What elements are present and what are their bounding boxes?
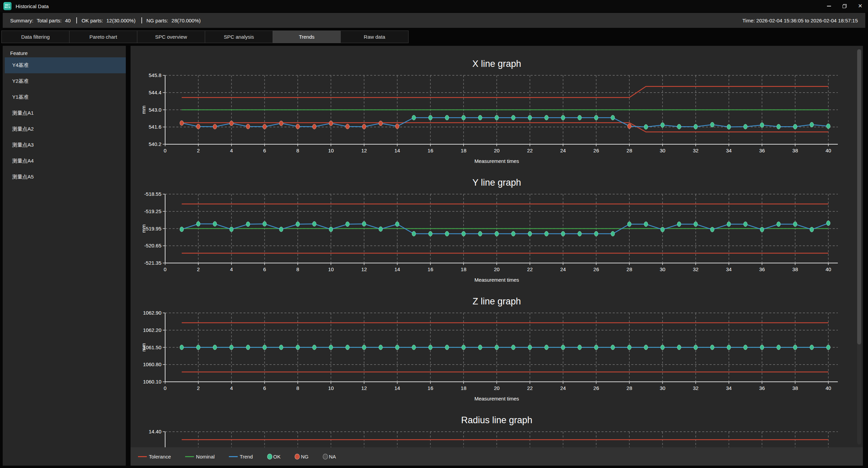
data-point-28-ng <box>628 124 631 129</box>
legend-item-ng: NG <box>295 454 309 460</box>
close-button[interactable]: ✕ <box>852 0 868 12</box>
data-point-38-ok <box>793 222 797 226</box>
legend-swatch-tolerance <box>138 456 147 457</box>
data-point-3-ok <box>213 345 217 350</box>
data-point-3-ng <box>213 124 217 129</box>
svg-text:34: 34 <box>726 266 732 272</box>
sidebar-item-2[interactable]: Y1基准 <box>5 89 126 105</box>
data-point-32-ok <box>694 345 697 350</box>
separator <box>141 17 142 23</box>
sidebar-item-1[interactable]: Y2基准 <box>5 73 126 89</box>
chart-y-line-graph: 0246810121416182022242628303234363840-51… <box>131 165 856 283</box>
data-point-32-ok <box>694 124 697 129</box>
svg-text:14.40: 14.40 <box>149 429 161 434</box>
title-bar: MET RICS Historical Data ✕ <box>0 0 868 12</box>
data-point-5-ok <box>246 345 250 350</box>
data-point-5-ng <box>246 124 250 129</box>
sidebar-item-0[interactable]: Y4基准 <box>5 57 126 73</box>
tab-raw-data[interactable]: Raw data <box>340 31 409 43</box>
svg-text:2: 2 <box>197 148 200 153</box>
total-parts-label: Total parts: <box>37 18 61 23</box>
svg-text:1060.80: 1060.80 <box>143 361 161 367</box>
sidebar-item-6[interactable]: 测量点A4 <box>5 153 126 169</box>
data-point-29-ok <box>644 222 648 226</box>
vertical-scrollbar[interactable] <box>857 49 861 445</box>
data-point-27-ok <box>611 231 615 236</box>
data-point-4-ok <box>230 227 233 231</box>
svg-text:28: 28 <box>627 385 632 391</box>
svg-text:Z line graph: Z line graph <box>473 296 521 306</box>
svg-text:28: 28 <box>627 266 632 272</box>
data-point-18-ok <box>462 115 466 120</box>
data-point-37-ok <box>777 222 781 226</box>
data-point-26-ok <box>594 345 598 350</box>
data-point-21-ok <box>511 231 515 236</box>
data-point-34-ok <box>727 222 731 226</box>
data-point-34-ok <box>727 345 731 350</box>
svg-text:-520.65: -520.65 <box>144 243 161 248</box>
svg-text:20: 20 <box>494 148 500 153</box>
tab-spc-overview[interactable]: SPC overview <box>137 31 205 43</box>
svg-text:Measurement times: Measurement times <box>474 158 519 164</box>
legend-label: Trend <box>240 454 253 460</box>
data-point-20-ok <box>495 231 499 236</box>
scrollbar-thumb[interactable] <box>857 49 861 344</box>
data-point-33-ok <box>710 227 714 232</box>
data-point-8-ok <box>296 345 300 350</box>
svg-text:36: 36 <box>759 266 765 272</box>
app-logo-text-1: MET <box>5 4 10 6</box>
data-point-27-ok <box>611 345 615 350</box>
sidebar-header: Feature <box>3 46 126 57</box>
svg-text:38: 38 <box>792 266 798 272</box>
data-point-30-ok <box>661 345 665 350</box>
tab-spc-analysis[interactable]: SPC analysis <box>205 31 273 43</box>
data-point-36-ok <box>760 123 764 127</box>
sidebar-item-3[interactable]: 测量点A1 <box>5 105 126 121</box>
minimize-button[interactable] <box>821 0 837 12</box>
svg-text:4: 4 <box>230 148 233 153</box>
data-point-39-ok <box>810 227 814 232</box>
svg-text:12: 12 <box>361 148 367 153</box>
svg-text:mm: mm <box>141 106 146 114</box>
app-logo-icon: MET RICS <box>3 2 12 10</box>
data-point-30-ok <box>661 227 665 232</box>
svg-text:38: 38 <box>792 385 798 391</box>
data-point-40-ok <box>827 345 830 350</box>
svg-text:1062.90: 1062.90 <box>143 310 161 316</box>
svg-text:32: 32 <box>693 266 698 272</box>
data-point-13-ok <box>379 345 382 350</box>
svg-text:26: 26 <box>593 266 599 272</box>
app-logo-text-2: RICS <box>5 6 11 8</box>
data-point-3-ok <box>213 222 217 226</box>
svg-text:32: 32 <box>693 385 698 391</box>
tab-trends[interactable]: Trends <box>273 31 341 43</box>
svg-text:Radius line graph: Radius line graph <box>461 415 532 425</box>
data-point-39-ok <box>810 345 814 350</box>
svg-text:4: 4 <box>230 385 233 391</box>
data-point-16-ok <box>429 345 432 350</box>
legend-label: Nominal <box>196 454 215 460</box>
svg-text:1062.20: 1062.20 <box>143 327 161 333</box>
sidebar-item-5[interactable]: 测量点A3 <box>5 137 126 153</box>
feature-list: Y4基准Y2基准Y1基准测量点A1测量点A2测量点A3测量点A4测量点A5 <box>3 57 126 185</box>
restore-button[interactable] <box>837 0 852 12</box>
data-point-31-ok <box>677 124 681 129</box>
window-controls: ✕ <box>821 0 868 12</box>
sidebar-item-7[interactable]: 测量点A5 <box>5 169 126 185</box>
svg-text:8: 8 <box>296 148 299 153</box>
data-point-18-ok <box>462 345 466 350</box>
tab-pareto-chart[interactable]: Pareto chart <box>69 31 137 43</box>
svg-text:16: 16 <box>428 266 433 272</box>
time-range: Time: 2026-02-04 15:36:05 to 2026-02-04 … <box>742 18 858 23</box>
svg-text:1060.10: 1060.10 <box>143 379 161 385</box>
data-point-20-ok <box>495 115 499 120</box>
svg-text:16: 16 <box>428 148 433 153</box>
data-point-10-ok <box>329 345 333 350</box>
separator <box>76 17 77 23</box>
svg-text:14: 14 <box>394 266 400 272</box>
sidebar-item-4[interactable]: 测量点A2 <box>5 121 126 137</box>
tab-data-filtering[interactable]: Data filtering <box>1 31 70 43</box>
legend-label: NA <box>329 454 336 460</box>
data-point-2-ok <box>196 222 200 226</box>
data-point-38-ok <box>793 345 797 350</box>
